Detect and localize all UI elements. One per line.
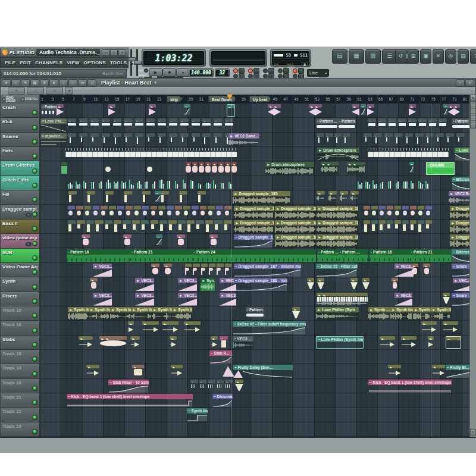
playlist-clip[interactable]: ►	[149, 104, 156, 116]
clip-dissona[interactable]: ~ Dissona...	[212, 394, 233, 407]
playlist-clip-small[interactable]	[201, 264, 208, 277]
playlist-clip-small[interactable]: ►	[218, 162, 224, 175]
clip-synth-line[interactable]: ► Synth line	[68, 307, 89, 320]
track-header-track-18[interactable]: Track 18	[1, 350, 40, 364]
track-mute-led[interactable]	[32, 241, 37, 246]
playlist-clip-small[interactable]	[77, 220, 84, 233]
undo-button[interactable]: ↺	[395, 49, 406, 64]
playlist-clip-small[interactable]: ▫	[68, 191, 77, 204]
clip-love-phi[interactable]: × Love Phi...	[40, 118, 67, 131]
clip-love-philter-synt[interactable]: ► Love Philter (Synt	[316, 307, 359, 320]
playlist-clip-small[interactable]	[358, 177, 364, 190]
playlist-clip-small[interactable]	[193, 264, 199, 277]
clip-pattern[interactable]: ▫ Pattern ...	[338, 118, 356, 131]
playlist-clip-small[interactable]	[190, 177, 197, 190]
playlist-clip-small[interactable]: ▫	[199, 380, 207, 393]
track-mute-led[interactable]	[32, 183, 37, 188]
track-mute-led[interactable]	[32, 139, 37, 145]
stop-button[interactable]: ■	[162, 68, 176, 77]
scroll-down-button[interactable]: ▼	[470, 429, 476, 436]
toggle-led[interactable]	[248, 68, 253, 73]
playlist-clip-small[interactable]: ▫	[68, 133, 76, 146]
track-header-stabs[interactable]: Stabs	[1, 336, 40, 350]
clip-dragged[interactable]: ► Dragged...	[450, 206, 469, 219]
playlist-clip-small[interactable]: ▫	[87, 191, 95, 204]
magnet-icon[interactable]: ∩	[11, 79, 20, 87]
record-file-button[interactable]: ▣	[420, 49, 431, 64]
track-header-crash[interactable]: Crash	[1, 104, 40, 118]
pattern-display[interactable]: 32	[216, 70, 228, 76]
playlist-clip-small[interactable]	[403, 177, 409, 190]
playlist-clip-small[interactable]	[187, 220, 195, 233]
menu-item-file[interactable]: FILE	[5, 60, 15, 65]
clip-dragged-sample-187[interactable]: ► Dragged sample_187	[317, 220, 358, 233]
playlist-clip-small[interactable]	[402, 206, 409, 219]
clip-dragged[interactable]: ► Dragged...	[450, 234, 469, 248]
playlist-clip-small[interactable]	[364, 206, 370, 219]
zoom-icon[interactable]: ▭	[78, 79, 87, 87]
track-mute-led[interactable]	[32, 356, 37, 362]
clip-synth-line[interactable]: ► Synth line	[152, 307, 172, 320]
tab-automation[interactable]: ♫	[46, 87, 63, 95]
menu-item-channels[interactable]: CHANNELS	[35, 60, 62, 65]
playlist-clip-small[interactable]	[132, 220, 140, 233]
clip-3xosc-2-filter-cutoff-frequency-envelope[interactable]: ~ 3xOsc #2 - Filter cutoff frequency env…	[233, 321, 306, 334]
mute-icon[interactable]: ●	[49, 79, 58, 87]
playlist-clip-small[interactable]	[418, 220, 424, 233]
playlist-clip-small[interactable]: ▫	[124, 191, 132, 204]
playlist-clip-small[interactable]	[379, 220, 386, 233]
clip-vec3[interactable]: ► VEC3...	[135, 293, 154, 306]
playlist-clip-small[interactable]: ▫	[158, 133, 166, 146]
playlist-clip-small[interactable]: ►	[225, 162, 230, 175]
playlist-clip-small[interactable]	[183, 206, 190, 219]
toggle-led[interactable]	[293, 68, 298, 73]
playlist-clip[interactable]: ►	[350, 191, 359, 203]
clip-bitcrush[interactable]: ~ Bitcrush...	[452, 249, 469, 262]
playlist-clip-small[interactable]: ▫	[418, 118, 427, 131]
playlist-clip[interactable]: ►	[162, 321, 178, 333]
toggle-stretch[interactable]: STRETCH	[21, 98, 37, 101]
zoom-tool-button[interactable]: ◎	[445, 49, 456, 64]
playback-icon[interactable]: ◁	[87, 79, 96, 87]
track-mute-led[interactable]	[32, 125, 37, 130]
playlist-clip-small[interactable]	[380, 177, 387, 190]
playlist-clip-small[interactable]: ▫	[102, 118, 110, 131]
track-header-synth[interactable]: Synth	[1, 277, 40, 292]
clip-drum-atmosphere[interactable]: ► Drum atmosphere	[265, 162, 314, 175]
clip-dragged-sample-188-volu[interactable]: ~ Dragged sample_188 - Volu...	[234, 278, 287, 291]
clip-vec3[interactable]: ► VEC3...	[178, 278, 197, 291]
playlist-clip-small[interactable]	[379, 206, 386, 219]
playlist-clip[interactable]: ►	[401, 336, 416, 348]
playlist-clip-small[interactable]	[371, 220, 378, 233]
playlist-clip[interactable]	[223, 365, 234, 377]
playlist-close-button[interactable]: ×	[465, 79, 474, 87]
tab-audio[interactable]: ♪	[27, 87, 44, 95]
menu-item-view[interactable]: VIEW	[67, 60, 79, 65]
track-header-track-20[interactable]: Track 20	[1, 379, 40, 393]
clip-pattern[interactable]: ▫ Pattern ...	[339, 249, 368, 262]
scrollbar-thumb[interactable]	[470, 101, 476, 129]
save-button[interactable]: ⊞	[408, 49, 419, 64]
track-mute-led[interactable]	[32, 197, 37, 202]
playlist-clip-small[interactable]: ▫	[158, 118, 166, 131]
playlist-clip-small[interactable]	[123, 220, 130, 233]
playlist-clip-small[interactable]: ▫	[161, 191, 169, 204]
playlist-clip-small[interactable]: ▫	[192, 118, 200, 131]
clip-vec3[interactable]: ► VEC3...	[93, 293, 112, 306]
clip-pattern-16[interactable]: ▫ Pattern 16	[369, 249, 410, 262]
playlist-clip-small[interactable]	[418, 206, 424, 219]
clip-pattern-6[interactable]: ▫ Pattern 6	[41, 104, 57, 117]
clip-synth-lin[interactable]: ► Synth lin...	[131, 307, 152, 320]
help-button[interactable]: ?	[470, 49, 476, 64]
playlist-clip[interactable]: ►	[209, 234, 218, 246]
track-mute-led[interactable]	[32, 342, 37, 347]
track-header-hats[interactable]: Hats	[1, 147, 40, 161]
playlist-clip-small[interactable]: ▫	[317, 133, 324, 146]
playlist-clip-small[interactable]: ►	[199, 162, 204, 175]
record-button[interactable]: ●	[176, 68, 190, 77]
track-header-glitch-edits[interactable]: Glitch Edits	[1, 176, 40, 190]
clip-syn[interactable]: ► Syn...	[201, 278, 215, 291]
playlist-clip-small[interactable]: ▫	[68, 118, 76, 131]
playlist-clip-small[interactable]: ▫	[214, 118, 222, 131]
playlist-clip-small[interactable]: ▫	[446, 133, 454, 146]
